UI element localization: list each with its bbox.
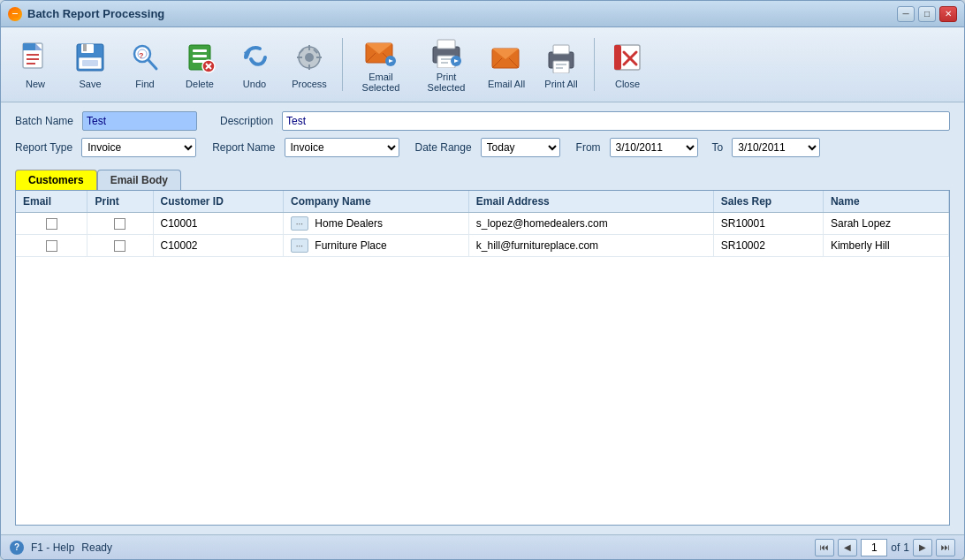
svg-rect-53 [556, 64, 566, 65]
print-selected-icon [429, 36, 464, 68]
close-button[interactable]: Close [602, 33, 653, 96]
email-all-label: Email All [488, 79, 525, 89]
report-type-label: Report Type [15, 141, 72, 154]
table-area: Email Print Customer ID Company Name Ema… [15, 190, 950, 526]
customers-table: Email Print Customer ID Company Name Ema… [16, 191, 949, 257]
svg-line-15 [148, 60, 156, 69]
col-customer-id: Customer ID [153, 191, 283, 213]
col-email-address: Email Address [468, 191, 713, 213]
to-date-select[interactable]: 3/10/2011 [732, 138, 820, 157]
table-row: C10002 ··· Furniture Place k_hill@furnit… [16, 235, 949, 257]
svg-rect-30 [316, 57, 322, 58]
save-label: Save [79, 79, 101, 89]
svg-rect-27 [308, 45, 310, 50]
date-range-select[interactable]: Today [481, 138, 560, 157]
row1-company-name: ··· Home Dealers [283, 213, 468, 235]
print-selected-button[interactable]: Print Selected [415, 33, 477, 96]
row2-dots-button[interactable]: ··· [291, 238, 308, 253]
svg-point-26 [305, 53, 314, 62]
table-header-row: Email Print Customer ID Company Name Ema… [16, 191, 949, 213]
form-row-1: Batch Name Description [15, 111, 950, 131]
save-icon [72, 40, 108, 75]
row1-email-cell [16, 213, 87, 235]
row2-email-cell [16, 235, 87, 257]
table-row: C10001 ··· Home Dealers s_lopez@homedeal… [16, 213, 949, 235]
process-label: Process [292, 79, 327, 89]
delete-icon [182, 40, 217, 75]
toolbar: New Save ? [1, 27, 964, 102]
window-controls: ─ □ ✕ [897, 6, 957, 22]
col-email: Email [16, 191, 87, 213]
tab-email-body[interactable]: Email Body [97, 170, 181, 190]
email-all-button[interactable]: Email All [481, 33, 532, 96]
close-window-button[interactable]: ✕ [939, 6, 957, 22]
row1-dots-button[interactable]: ··· [291, 216, 308, 231]
nav-next-button[interactable]: ▶ [913, 539, 932, 556]
print-selected-label: Print Selected [418, 72, 475, 93]
col-company-name: Company Name [283, 191, 468, 213]
svg-rect-19 [193, 55, 207, 57]
tab-customers[interactable]: Customers [15, 170, 97, 190]
delete-label: Delete [186, 79, 214, 89]
undo-label: Undo [243, 79, 266, 89]
print-all-button[interactable]: Print All [536, 33, 587, 96]
col-sales-rep: Sales Rep [713, 191, 823, 213]
row2-customer-id: C10002 [153, 235, 283, 257]
tabs-area: Customers Email Body [1, 170, 964, 190]
svg-rect-43 [441, 62, 448, 64]
tabs-row: Customers Email Body [15, 170, 950, 190]
svg-rect-12 [82, 60, 98, 66]
save-button[interactable]: Save [65, 33, 116, 96]
nav-last-button[interactable]: ⏭ [936, 539, 955, 556]
status-bar: ? F1 - Help Ready ⏮ ◀ of 1 ▶ ⏭ [1, 534, 964, 559]
email-selected-button[interactable]: Email Selected [350, 33, 412, 96]
row2-company-name: ··· Furniture Place [283, 235, 468, 257]
batch-name-input[interactable] [82, 111, 197, 131]
row2-email-checkbox[interactable] [46, 240, 57, 252]
batch-name-label: Batch Name [15, 115, 73, 127]
date-range-label: Date Range [415, 141, 472, 154]
window-icon [8, 7, 22, 21]
new-button[interactable]: New [10, 33, 61, 96]
col-print: Print [87, 191, 153, 213]
nav-page-input[interactable] [861, 539, 887, 556]
row1-print-checkbox[interactable] [114, 218, 125, 230]
main-content: Batch Name Description Report Type Invoi… [1, 102, 964, 559]
svg-text:?: ? [139, 51, 144, 60]
help-text: F1 - Help [31, 541, 74, 554]
svg-rect-29 [297, 57, 302, 58]
title-bar: Batch Report Processing ─ □ ✕ [1, 1, 964, 27]
process-button[interactable]: Process [284, 33, 335, 96]
report-type-select[interactable]: Invoice [81, 138, 196, 157]
toolbar-separator-1 [342, 38, 343, 91]
row2-print-cell [87, 235, 153, 257]
undo-icon [237, 40, 272, 75]
description-input[interactable] [282, 111, 950, 131]
report-name-label: Report Name [212, 141, 275, 154]
from-label: From [576, 141, 601, 154]
delete-button[interactable]: Delete [174, 33, 225, 96]
new-label: New [26, 79, 45, 89]
report-name-select[interactable]: Invoice [285, 138, 399, 157]
svg-rect-18 [193, 49, 207, 52]
maximize-button[interactable]: □ [918, 6, 936, 22]
svg-rect-51 [553, 45, 569, 54]
from-date-select[interactable]: 3/10/2011 [610, 138, 698, 157]
print-all-label: Print All [544, 79, 577, 89]
close-icon [610, 40, 645, 75]
row1-print-cell [87, 213, 153, 235]
nav-prev-button[interactable]: ◀ [838, 539, 857, 556]
description-label: Description [220, 115, 273, 127]
svg-rect-56 [614, 45, 621, 70]
minimize-button[interactable]: ─ [897, 6, 915, 22]
new-icon [18, 40, 53, 75]
find-button[interactable]: ? Find [119, 33, 171, 96]
row1-email-checkbox[interactable] [46, 218, 57, 230]
row2-print-checkbox[interactable] [114, 240, 125, 252]
main-window: Batch Report Processing ─ □ ✕ New [0, 0, 965, 560]
undo-button[interactable]: Undo [229, 33, 280, 96]
nav-first-button[interactable]: ⏮ [815, 539, 834, 556]
print-all-icon [543, 40, 579, 75]
svg-rect-3 [23, 43, 35, 50]
ready-text: Ready [81, 541, 112, 554]
